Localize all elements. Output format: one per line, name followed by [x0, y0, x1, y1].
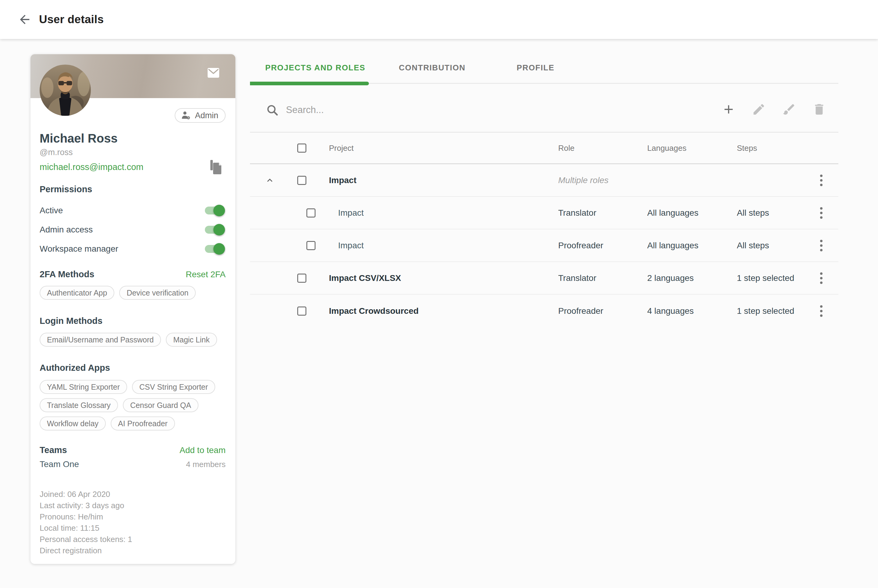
user-meta-line: Last activity: 3 days ago	[40, 500, 226, 511]
projects-table-body: Impact Multiple roles Impact Translator …	[250, 164, 838, 327]
user-full-name: Michael Ross	[40, 132, 226, 146]
column-header-project: Project	[329, 144, 353, 153]
projects-panel: PROJECTS AND ROLESCONTRIBUTIONPROFILE	[250, 54, 838, 327]
steps-cell: 1 step selected	[737, 306, 794, 316]
twofa-chips: Authenticator AppDevice verification	[40, 286, 226, 300]
page-title: User details	[39, 13, 104, 26]
chip: AI Proofreader	[111, 417, 175, 430]
chip: YAML String Exporter	[40, 380, 127, 394]
chip: Workflow delay	[40, 417, 106, 430]
row-checkbox[interactable]	[307, 208, 316, 218]
row-menu-button[interactable]	[816, 172, 826, 188]
chip: Censor Guard QA	[123, 398, 198, 412]
chip: CSV String Exporter	[132, 380, 215, 394]
chip: Device verification	[119, 286, 196, 300]
permission-row: Workspace manager	[40, 240, 226, 258]
reset-2fa-link[interactable]: Reset 2FA	[186, 270, 226, 279]
project-cell: Impact	[329, 176, 356, 185]
teams-list: Team One4 members	[40, 458, 226, 470]
row-menu-button[interactable]	[816, 303, 826, 319]
toggle-knob	[213, 205, 225, 216]
languages-cell: 2 languages	[647, 273, 694, 283]
chip: Magic Link	[166, 333, 217, 347]
role-cell: Multiple roles	[558, 176, 609, 185]
languages-cell: 4 languages	[647, 306, 694, 316]
user-profile-card: Admin Michael Ross @m.ross michael.ross@…	[30, 54, 235, 564]
permission-row: Active	[40, 202, 226, 219]
column-header-role: Role	[558, 144, 574, 153]
languages-cell: All languages	[647, 241, 698, 250]
chip: Translate Glossary	[40, 398, 118, 412]
avatar	[40, 64, 91, 116]
tab-contribution[interactable]: CONTRIBUTION	[399, 63, 466, 72]
permission-label: Admin access	[40, 225, 93, 235]
team-members-count: 4 members	[186, 460, 226, 469]
toggle-switch[interactable]	[205, 207, 224, 214]
steps-cell: All steps	[737, 241, 769, 250]
search-input[interactable]	[286, 105, 652, 116]
add-to-team-link[interactable]: Add to team	[180, 446, 226, 455]
user-details-screen: User details	[0, 0, 878, 588]
active-tab-indicator	[250, 82, 369, 85]
table-row: Impact Translator All languages All step…	[250, 197, 838, 230]
profile-card-body: Admin Michael Ross @m.ross michael.ross@…	[30, 108, 235, 556]
row-checkbox[interactable]	[307, 241, 316, 250]
role-cell: Translator	[558, 273, 596, 283]
teams-heading: Teams	[40, 445, 67, 455]
table-row: Impact Proofreader All languages All ste…	[250, 230, 838, 262]
search-icon	[266, 104, 279, 116]
collapse-chevron-up-icon[interactable]	[265, 175, 275, 186]
role-cell: Proofreader	[558, 306, 603, 316]
table-row: Impact Crowdsourced Proofreader 4 langua…	[250, 295, 838, 327]
login-method-chips: Email/Username and PasswordMagic Link	[40, 333, 226, 347]
select-all-checkbox[interactable]	[297, 144, 307, 153]
table-header-row: Project Role Languages Steps	[250, 132, 838, 164]
user-meta-line: Direct registration	[40, 545, 226, 556]
login-methods-heading: Login Methods	[40, 316, 226, 326]
column-header-steps: Steps	[737, 144, 757, 153]
tab-bar: PROJECTS AND ROLESCONTRIBUTIONPROFILE	[250, 54, 838, 85]
admin-user-gear-icon	[181, 110, 191, 121]
permissions-heading: Permissions	[40, 184, 226, 194]
back-arrow-icon[interactable]	[18, 12, 32, 27]
project-cell: Impact	[338, 241, 364, 250]
permission-label: Active	[40, 206, 63, 215]
top-app-bar: User details	[0, 0, 878, 39]
table-row: Impact CSV/XLSX Translator 2 languages 1…	[250, 262, 838, 295]
project-cell: Impact	[338, 208, 364, 218]
column-header-languages: Languages	[647, 144, 687, 153]
tab-profile[interactable]: PROFILE	[517, 63, 555, 72]
row-checkbox[interactable]	[297, 274, 307, 283]
row-menu-button[interactable]	[816, 238, 826, 254]
permissions-toggles: ActiveAdmin accessWorkspace manager	[40, 202, 226, 258]
row-checkbox[interactable]	[297, 176, 307, 185]
languages-cell: All languages	[647, 208, 698, 218]
toggle-knob	[213, 243, 225, 255]
role-cell: Proofreader	[558, 241, 603, 250]
steps-cell: 1 step selected	[737, 273, 794, 283]
toggle-switch[interactable]	[205, 226, 224, 234]
admin-role-badge: Admin	[175, 108, 226, 123]
tab-rail	[369, 83, 838, 84]
user-email-link[interactable]: michael.ross@impact.com	[40, 162, 143, 172]
chip: Authenticator App	[40, 286, 114, 300]
authorized-app-chips: YAML String ExporterCSV String ExporterT…	[40, 380, 226, 430]
user-meta-line: Pronouns: He/him	[40, 511, 226, 522]
clear-broom-button[interactable]	[782, 102, 796, 116]
tab-projects-and-roles[interactable]: PROJECTS AND ROLES	[265, 63, 365, 72]
role-cell: Translator	[558, 208, 596, 218]
row-menu-button[interactable]	[816, 270, 826, 286]
admin-badge-label: Admin	[195, 111, 218, 120]
row-menu-button[interactable]	[816, 205, 826, 221]
team-list-item[interactable]: Team One4 members	[40, 458, 226, 470]
chip: Email/Username and Password	[40, 333, 161, 347]
send-message-button[interactable]	[207, 68, 220, 78]
project-cell: Impact CSV/XLSX	[329, 273, 401, 283]
toggle-switch[interactable]	[205, 245, 224, 253]
delete-trash-button[interactable]	[812, 102, 826, 116]
edit-pencil-button[interactable]	[752, 102, 766, 116]
copy-email-icon[interactable]	[209, 159, 223, 175]
row-checkbox[interactable]	[297, 306, 307, 316]
toggle-knob	[213, 224, 225, 236]
add-button[interactable]	[722, 102, 736, 116]
